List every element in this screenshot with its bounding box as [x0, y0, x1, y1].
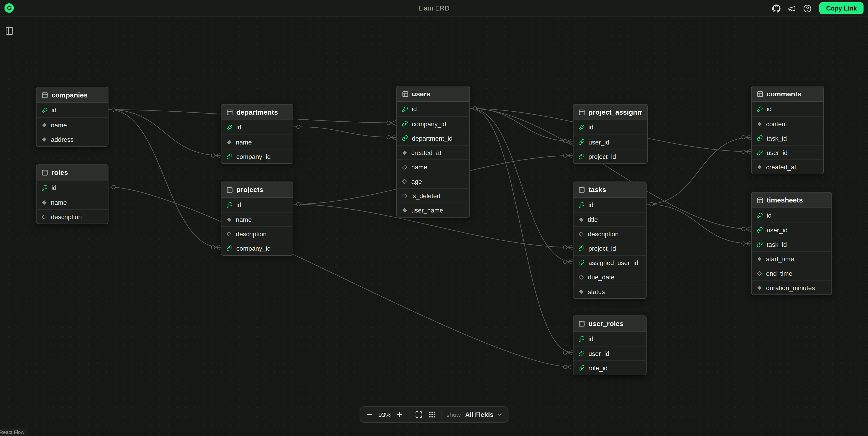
- fit-view-icon: [415, 411, 423, 418]
- column-description[interactable]: description: [36, 209, 108, 224]
- column-name: address: [51, 136, 73, 143]
- table-header[interactable]: companies: [36, 87, 108, 103]
- column-id[interactable]: id: [221, 198, 293, 212]
- diamond-filled-icon: [226, 139, 232, 145]
- column-id[interactable]: id: [574, 332, 646, 346]
- help-circle-icon: [803, 4, 811, 12]
- column-company_id[interactable]: company_id: [221, 149, 293, 163]
- show-label: show: [446, 411, 461, 418]
- column-content[interactable]: content: [752, 116, 823, 131]
- table-companies[interactable]: companiesidnameaddress: [36, 87, 109, 147]
- table-icon: [41, 169, 48, 176]
- column-user_id[interactable]: user_id: [752, 145, 823, 159]
- link-icon: [226, 245, 232, 251]
- column-created_at[interactable]: created_at: [397, 145, 470, 159]
- column-department_id[interactable]: department_id: [397, 131, 470, 145]
- column-name[interactable]: name: [36, 117, 108, 132]
- column-project_id[interactable]: project_id: [574, 241, 646, 255]
- liam-logo[interactable]: [4, 3, 14, 13]
- column-company_id[interactable]: company_id: [397, 116, 470, 131]
- table-timesheets[interactable]: timesheetsiduser_idtask_idstart_timeend_…: [751, 192, 832, 295]
- panel-toggle-button[interactable]: [3, 24, 16, 38]
- table-header[interactable]: departments: [221, 104, 293, 120]
- table-projects[interactable]: projectsidnamedescriptioncompany_id: [221, 182, 293, 256]
- diamond-outline-icon: [226, 231, 232, 237]
- column-task_id[interactable]: task_id: [752, 131, 823, 145]
- table-tasks[interactable]: tasksidtitledescriptionproject_idassigne…: [573, 182, 647, 299]
- column-duration_minutes[interactable]: duration_minutes: [752, 280, 832, 294]
- copy-link-button[interactable]: Copy Link: [819, 2, 864, 14]
- chevron-down-icon: [496, 411, 503, 418]
- tidy-up-button[interactable]: [426, 408, 439, 421]
- column-title[interactable]: title: [574, 212, 646, 226]
- column-due_date[interactable]: due_date: [574, 270, 646, 284]
- table-name: departments: [236, 108, 278, 116]
- zoom-out-button[interactable]: [363, 408, 376, 421]
- table-icon: [402, 90, 408, 97]
- fit-view-button[interactable]: [412, 408, 425, 421]
- column-role_id[interactable]: role_id: [574, 360, 646, 375]
- table-project_assignme[interactable]: project_assignme…iduser_idproject_id: [573, 104, 648, 164]
- key-icon: [402, 106, 408, 112]
- column-is_deleted[interactable]: is_deleted: [397, 188, 470, 203]
- fields-filter-dropdown[interactable]: All Fields: [464, 408, 505, 421]
- table-user_roles[interactable]: user_rolesiduser_idrole_id: [573, 315, 647, 375]
- table-header[interactable]: project_assignme…: [574, 104, 647, 120]
- column-company_id[interactable]: company_id: [221, 241, 293, 255]
- zoom-in-button[interactable]: [393, 408, 406, 421]
- column-name[interactable]: name: [397, 159, 470, 174]
- column-id[interactable]: id: [397, 102, 470, 116]
- link-icon: [579, 153, 585, 160]
- table-name: user_roles: [588, 319, 623, 328]
- release-notes-button[interactable]: [785, 2, 798, 15]
- column-id[interactable]: id: [752, 102, 823, 116]
- help-button[interactable]: [801, 2, 814, 15]
- column-name: role_id: [588, 365, 608, 371]
- column-description[interactable]: description: [221, 226, 293, 241]
- column-id[interactable]: id: [221, 120, 293, 134]
- column-name: company_id: [236, 153, 271, 160]
- column-user_id[interactable]: user_id: [574, 346, 646, 360]
- column-created_at[interactable]: created_at: [752, 159, 823, 174]
- table-header[interactable]: timesheets: [752, 193, 832, 208]
- column-task_id[interactable]: task_id: [752, 237, 832, 251]
- key-icon: [579, 124, 585, 130]
- table-header[interactable]: roles: [36, 165, 108, 181]
- column-user_name[interactable]: user_name: [397, 203, 470, 217]
- column-id[interactable]: id: [36, 180, 108, 195]
- column-id[interactable]: id: [574, 120, 647, 134]
- table-header[interactable]: comments: [752, 86, 823, 102]
- fields-filter-value: All Fields: [465, 411, 493, 418]
- column-name: name: [51, 121, 67, 128]
- link-icon: [757, 150, 763, 156]
- column-name[interactable]: name: [221, 134, 293, 149]
- column-id[interactable]: id: [36, 103, 108, 117]
- column-status[interactable]: status: [574, 284, 646, 298]
- column-id[interactable]: id: [574, 198, 646, 212]
- table-comments[interactable]: commentsidcontenttask_iduser_idcreated_a…: [751, 86, 824, 175]
- column-address[interactable]: address: [36, 132, 108, 146]
- column-assigned_user_id[interactable]: assigned_user_id: [574, 255, 646, 270]
- table-header[interactable]: tasks: [574, 182, 646, 198]
- table-roles[interactable]: rolesidnamedescription: [36, 164, 109, 224]
- table-departments[interactable]: departmentsidnamecompany_id: [221, 104, 293, 164]
- column-user_id[interactable]: user_id: [752, 223, 832, 237]
- column-name[interactable]: name: [221, 212, 293, 226]
- table-header[interactable]: user_roles: [574, 316, 646, 332]
- react-flow-attribution[interactable]: React Flow: [0, 429, 28, 436]
- column-project_id[interactable]: project_id: [574, 149, 647, 163]
- table-icon: [226, 186, 233, 193]
- column-user_id[interactable]: user_id: [574, 134, 647, 149]
- column-age[interactable]: age: [397, 174, 470, 188]
- table-header[interactable]: users: [397, 86, 470, 102]
- github-button[interactable]: [770, 2, 783, 15]
- table-name: companies: [51, 91, 87, 99]
- column-description[interactable]: description: [574, 226, 646, 241]
- column-name[interactable]: name: [36, 195, 108, 209]
- table-users[interactable]: usersidcompany_iddepartment_idcreated_at…: [396, 86, 470, 218]
- column-start_time[interactable]: start_time: [752, 251, 832, 266]
- column-end_time[interactable]: end_time: [752, 266, 832, 280]
- column-name: start_time: [766, 255, 794, 262]
- table-header[interactable]: projects: [221, 182, 293, 198]
- column-id[interactable]: id: [752, 208, 832, 223]
